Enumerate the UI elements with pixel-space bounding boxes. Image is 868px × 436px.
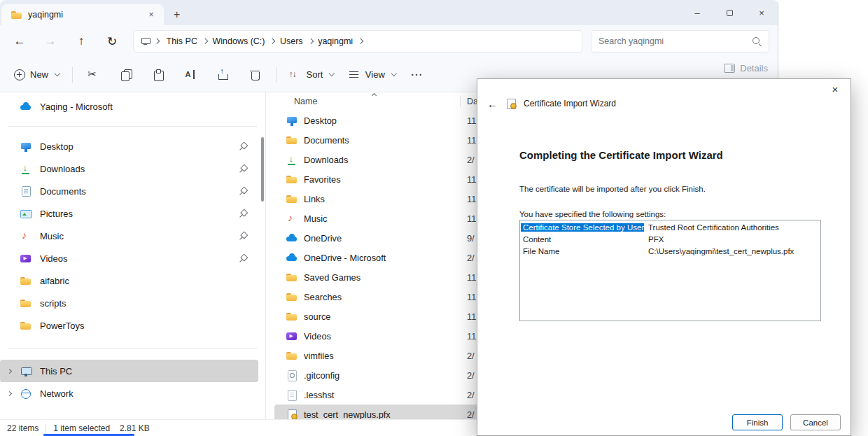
tab-close-icon[interactable]: × — [144, 8, 158, 22]
search-input[interactable]: Search yaqingmi — [591, 30, 769, 52]
settings-table[interactable]: Certificate Store Selected by User Trust… — [519, 220, 821, 321]
file-date: 11 — [467, 194, 476, 204]
name-column-header[interactable]: Name — [294, 97, 317, 106]
minimize-button[interactable]: – — [681, 0, 713, 25]
chevron-right-icon[interactable] — [202, 38, 208, 44]
chevron-right-icon[interactable] — [358, 38, 363, 44]
more-options-button[interactable]: ··· — [402, 69, 431, 80]
sidebar-item-label: Yaqing - Microsoft — [40, 101, 113, 112]
sidebar-item-label: Network — [40, 388, 74, 399]
toolbar-action-button[interactable] — [111, 62, 141, 87]
breadcrumb-item: Users — [276, 35, 314, 48]
sidebar-scrollbar[interactable] — [261, 137, 264, 202]
file-name: Desktop — [304, 115, 337, 126]
pin-icon — [238, 209, 247, 218]
sidebar: Yaqing - Microsoft Desktop Downloads — [0, 92, 266, 419]
videos-icon — [286, 330, 298, 342]
file-date: 11 — [467, 292, 476, 302]
chevron-down-icon — [55, 71, 60, 76]
explorer-tab[interactable]: yaqingmi × — [1, 4, 164, 25]
chevron-right-icon[interactable] — [270, 38, 275, 44]
address-bar[interactable]: This PC Windows (C:) Users yaqingmi — [133, 30, 582, 52]
sidebar-item[interactable]: Downloads — [0, 157, 258, 180]
gear-file-icon — [286, 370, 298, 381]
copy-icon — [120, 69, 132, 81]
desktop-icon — [286, 115, 298, 126]
tab-title: yaqingmi — [28, 10, 139, 20]
refresh-button[interactable]: ↻ — [97, 30, 127, 52]
sort-ascending-icon — [372, 93, 377, 98]
close-button[interactable]: × — [746, 0, 778, 25]
toolbar-action-button[interactable] — [239, 62, 270, 87]
toolbar-action-button[interactable] — [78, 62, 109, 87]
chevron-right-icon[interactable] — [307, 38, 313, 44]
settings-row[interactable]: Content PFX — [521, 233, 820, 245]
file-date: 2/ — [467, 409, 475, 420]
up-button[interactable]: ↑ — [66, 30, 97, 52]
chevron-down-icon — [391, 71, 397, 76]
sidebar-item[interactable]: Desktop — [0, 135, 258, 157]
file-icon — [286, 389, 298, 400]
tab-bar: yaqingmi × + – × — [0, 0, 778, 25]
sidebar-item[interactable]: PowerToys — [0, 314, 258, 337]
screen: yaqingmi × + – × ← → ↑ ↻ This PC — [0, 0, 868, 436]
sidebar-item-onedrive[interactable]: Yaqing - Microsoft — [0, 95, 258, 118]
dialog-close-button[interactable]: × — [825, 82, 845, 96]
breadcrumb-label[interactable]: Windows (C:) — [209, 35, 268, 48]
sort-button[interactable]: Sort — [282, 64, 341, 86]
plus-icon — [14, 69, 25, 80]
chevron-right-icon[interactable] — [7, 391, 12, 395]
toolbar-actions — [78, 62, 270, 87]
column-divider[interactable] — [460, 96, 461, 107]
maximize-button[interactable] — [713, 0, 746, 25]
view-button[interactable]: View — [341, 64, 402, 86]
sidebar-item[interactable]: Music — [0, 225, 258, 247]
sidebar-item[interactable]: Network — [0, 382, 258, 405]
search-placeholder: Search yaqingmi — [598, 36, 746, 46]
file-name: vimfiles — [304, 351, 334, 361]
wizard-header: ← Certificate Import Wizard — [477, 96, 850, 111]
sidebar-system-section: This PC Network — [0, 360, 265, 405]
breadcrumb-label[interactable]: Users — [276, 35, 307, 48]
file-date: 2/ — [467, 390, 475, 400]
search-icon — [752, 36, 762, 46]
file-date: 11 — [467, 331, 476, 342]
chevron-right-icon[interactable] — [7, 368, 12, 373]
new-tab-button[interactable]: + — [174, 8, 180, 21]
folder-icon — [20, 275, 31, 286]
folder-icon — [286, 134, 298, 146]
forward-button[interactable]: → — [35, 30, 66, 52]
settings-row[interactable]: Certificate Store Selected by User Trust… — [521, 221, 820, 233]
file-name: Videos — [304, 331, 331, 342]
settings-label: You have specified the following setting… — [519, 210, 822, 218]
pin-icon — [238, 254, 247, 263]
toolbar-action-button[interactable] — [207, 62, 238, 87]
new-label: New — [30, 69, 48, 80]
pin-icon — [238, 142, 247, 151]
sidebar-item[interactable]: scripts — [0, 292, 258, 314]
file-date: 11 — [467, 135, 476, 146]
toolbar-action-button[interactable] — [175, 62, 206, 87]
details-pane-button[interactable]: Details — [724, 63, 768, 73]
sidebar-item[interactable]: Pictures — [0, 202, 258, 225]
breadcrumb-label[interactable]: yaqingmi — [314, 35, 356, 48]
sidebar-item[interactable]: aifabric — [0, 269, 258, 292]
finish-button[interactable]: Finish — [732, 414, 783, 430]
breadcrumb-label[interactable]: This PC — [163, 35, 201, 48]
sidebar-item[interactable]: Videos — [0, 247, 258, 269]
folder-icon — [10, 9, 22, 20]
sidebar-item[interactable]: This PC — [0, 360, 258, 382]
toolbar-action-button[interactable] — [143, 62, 174, 87]
sidebar-divider — [8, 126, 257, 127]
new-button[interactable]: New — [7, 64, 66, 85]
cloud-icon — [286, 232, 298, 244]
cancel-button[interactable]: Cancel — [790, 414, 841, 430]
sidebar-item[interactable]: Documents — [0, 180, 258, 202]
window-controls: – × — [681, 0, 778, 25]
back-button[interactable]: ← — [4, 30, 35, 52]
onedrive-icon — [20, 101, 31, 112]
sidebar-item-label: Music — [40, 231, 64, 241]
wizard-back-button[interactable]: ← — [487, 98, 498, 110]
settings-row[interactable]: File Name C:\Users\yaqingmi\test_cert_ne… — [521, 245, 820, 257]
setting-key: File Name — [521, 247, 644, 255]
